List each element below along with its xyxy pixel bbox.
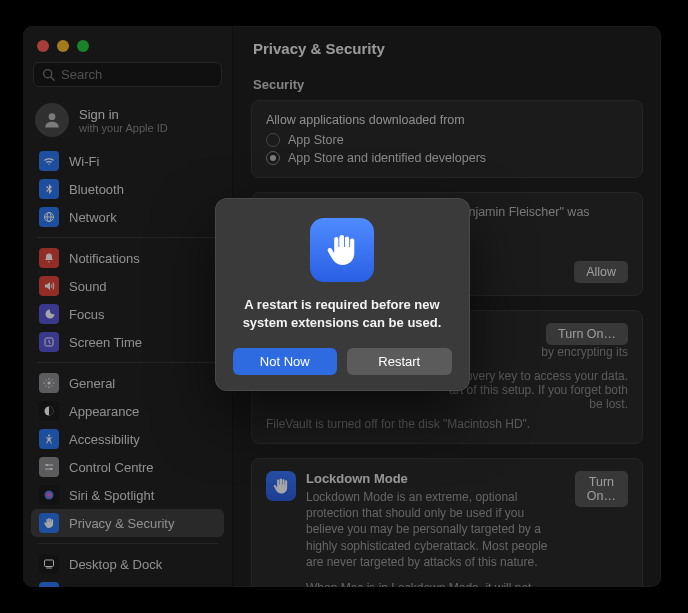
allow-button[interactable]: Allow [574,261,628,283]
sidebar-separator [37,543,218,544]
sidebar-item-label: Displays [69,585,118,588]
sidebar-item-sound[interactable]: Sound [31,272,224,300]
lockdown-title: Lockdown Mode [306,471,565,486]
sidebar-item-label: Screen Time [69,335,142,350]
filevault-status: FileVault is turned off for the disk "Ma… [266,417,628,431]
sidebar-item-focus[interactable]: Focus [31,300,224,328]
sidebar-item-label: Siri & Spotlight [69,488,154,503]
sidebar-list: Wi-FiBluetoothNetworkNotificationsSoundF… [23,147,232,587]
hand-icon [266,471,296,501]
not-now-button[interactable]: Not Now [233,348,338,375]
modal-message: A restart is required before new system … [233,296,452,331]
sidebar-item-label: Network [69,210,117,225]
svg-rect-15 [45,560,54,567]
zoom-window-button[interactable] [77,40,89,52]
sidebar-item-label: Notifications [69,251,140,266]
radio-dot [266,133,280,147]
network-icon [39,207,59,227]
wifi-icon [39,151,59,171]
sidebar-item-label: Desktop & Dock [69,557,162,572]
sidebar: Sign in with your Apple ID Wi-FiBluetoot… [23,26,233,587]
sidebar-item-displays[interactable]: Displays [31,578,224,587]
sidebar-item-privacy-security[interactable]: Privacy & Security [31,509,224,537]
bluetooth-icon [39,179,59,199]
sidebar-item-label: Control Centre [69,460,154,475]
lockdown-turn-on-button[interactable]: Turn On… [575,471,628,507]
radio-label: App Store [288,133,344,147]
radio-dot [266,151,280,165]
sidebar-item-desktop-dock[interactable]: Desktop & Dock [31,550,224,578]
filevault-text-4: be lost. [266,397,628,411]
lockdown-desc-2: When Mac is in Lockdown Mode, it will no… [306,580,565,587]
sidebar-item-label: Appearance [69,404,139,419]
sidebar-item-screen-time[interactable]: Screen Time [31,328,224,356]
sidebar-item-label: Sound [69,279,107,294]
sidebar-item-control-centre[interactable]: Control Centre [31,453,224,481]
download-sources-heading: Allow applications downloaded from [266,113,628,127]
sidebar-item-notifications[interactable]: Notifications [31,244,224,272]
sidebar-item-appearance[interactable]: Appearance [31,397,224,425]
avatar [35,103,69,137]
search-field[interactable] [33,62,222,87]
privacy-security-icon [39,513,59,533]
radio-app-store-dev[interactable]: App Store and identified developers [266,151,628,165]
displays-icon [39,582,59,587]
svg-rect-16 [46,568,52,569]
download-sources-card: Allow applications downloaded from App S… [251,100,643,178]
radio-label: App Store and identified developers [288,151,486,165]
focus-icon [39,304,59,324]
sidebar-item-accessibility[interactable]: Accessibility [31,425,224,453]
svg-point-7 [48,382,51,385]
sidebar-separator [37,362,218,363]
svg-point-14 [45,491,54,500]
siri-spotlight-icon [39,485,59,505]
sidebar-separator [37,237,218,238]
sidebar-item-wifi[interactable]: Wi-Fi [31,147,224,175]
restart-button[interactable]: Restart [347,348,452,375]
page-title: Privacy & Security [233,26,661,67]
sidebar-item-general[interactable]: General [31,369,224,397]
sidebar-item-bluetooth[interactable]: Bluetooth [31,175,224,203]
sidebar-item-label: General [69,376,115,391]
sidebar-item-label: Accessibility [69,432,140,447]
sidebar-item-label: Focus [69,307,104,322]
hand-icon [310,218,374,282]
sign-in-title: Sign in [79,107,168,122]
sidebar-item-network[interactable]: Network [31,203,224,231]
general-icon [39,373,59,393]
restart-required-dialog: A restart is required before new system … [215,198,470,390]
accessibility-icon [39,429,59,449]
control-centre-icon [39,457,59,477]
lockdown-card: Lockdown Mode Lockdown Mode is an extrem… [251,458,643,587]
svg-point-2 [49,113,56,120]
screen-time-icon [39,332,59,352]
sidebar-item-siri-spotlight[interactable]: Siri & Spotlight [31,481,224,509]
apple-id-row[interactable]: Sign in with your Apple ID [23,95,232,147]
section-security-title: Security [253,77,641,92]
close-window-button[interactable] [37,40,49,52]
minimize-window-button[interactable] [57,40,69,52]
sidebar-item-label: Privacy & Security [69,516,174,531]
system-settings-window: Sign in with your Apple ID Wi-FiBluetoot… [23,26,661,587]
svg-point-9 [48,435,50,437]
radio-app-store[interactable]: App Store [266,133,628,147]
sound-icon [39,276,59,296]
lockdown-desc-1: Lockdown Mode is an extreme, optional pr… [306,489,565,570]
filevault-turn-on-button[interactable]: Turn On… [546,323,628,345]
desktop-dock-icon [39,554,59,574]
sidebar-item-label: Wi-Fi [69,154,99,169]
notifications-icon [39,248,59,268]
sign-in-subtitle: with your Apple ID [79,122,168,134]
search-input[interactable] [61,67,213,82]
sidebar-item-label: Bluetooth [69,182,124,197]
appearance-icon [39,401,59,421]
search-icon [42,68,55,81]
svg-line-1 [51,77,54,80]
window-controls [23,34,232,62]
